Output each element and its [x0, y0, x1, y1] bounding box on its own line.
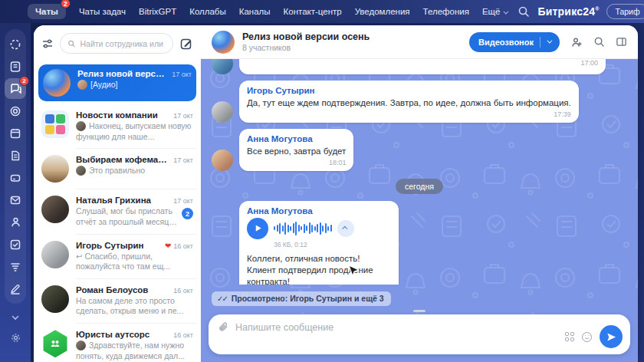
audio-size-duration: 36 КБ, 0:12: [274, 241, 391, 248]
pulse-icon[interactable]: [5, 34, 26, 54]
message-anna-short: Анна Могутова Все верно, завтра будет 18…: [212, 129, 627, 171]
apps-grid-icon[interactable]: [565, 332, 574, 341]
compose-message-icon[interactable]: [179, 37, 193, 51]
video-call-button[interactable]: Видеозвонок: [469, 32, 560, 52]
tasks-icon[interactable]: [5, 234, 26, 255]
chat-members-count[interactable]: 8 участников: [242, 43, 370, 52]
composer-resize-handle[interactable]: [413, 310, 426, 312]
sign-icon[interactable]: [5, 278, 26, 299]
messenger-icon[interactable]: 2: [5, 78, 26, 99]
chat-list-item-release[interactable]: Релиз новой версии осень 17 окт [Аудио]: [38, 64, 196, 101]
search-icon: [67, 39, 75, 48]
tab-chats[interactable]: Чаты 2: [28, 4, 66, 19]
side-panel-icon[interactable]: [616, 36, 627, 48]
chat-preview: [Аудио]: [77, 80, 192, 90]
registered-mark: ®: [595, 6, 599, 12]
chat-search-input[interactable]: [80, 39, 166, 48]
target-icon[interactable]: [5, 100, 26, 121]
sender-mini-avatar: [76, 341, 86, 350]
chat-list-item-natalya[interactable]: Наталья Грихина 17 окт Слушай, мог бы пр…: [38, 189, 196, 233]
tab-more[interactable]: Ещё: [482, 7, 508, 16]
mail-icon[interactable]: [5, 189, 26, 210]
audio-waveform[interactable]: [274, 220, 332, 237]
chat-date: 16 окт: [173, 331, 193, 339]
rail-icon-group: 2: [5, 29, 26, 304]
tariff-button[interactable]: Тариф: [606, 4, 644, 19]
chat-list-item-coffee[interactable]: Выбираем кофемашину д... 17 окт Это прав…: [38, 149, 196, 189]
group-people-icon: [48, 337, 62, 350]
documents-icon[interactable]: [5, 145, 26, 166]
left-icon-rail: 2: [0, 23, 31, 362]
sender-mini-avatar: [76, 166, 86, 176]
message-composer[interactable]: [209, 314, 630, 354]
audio-collapse-button[interactable]: [337, 220, 354, 237]
bitrix24-logo[interactable]: Битрикс24®: [537, 5, 599, 18]
message-anna-audio: Анна Могутова 36 КБ, 0:12 Коллеги, отлич: [212, 201, 627, 285]
tab-more-label: Ещё: [482, 7, 501, 16]
filter-sliders-icon[interactable]: [41, 38, 54, 50]
message-text: Все верно, завтра будет: [247, 146, 346, 157]
send-message-button[interactable]: [600, 325, 623, 348]
chat-title: Выбираем кофемашину д...: [76, 155, 170, 164]
audio-play-button[interactable]: [247, 218, 268, 239]
message-author-name[interactable]: Игорь Сутырин: [247, 86, 571, 95]
attach-file-icon[interactable]: [218, 321, 229, 333]
composer-actions: [565, 325, 623, 348]
chat-list-item-igor[interactable]: Игорь Сутырин ❤16 окт ↩Спасибо, пришли, …: [38, 235, 196, 278]
tab-channels[interactable]: Каналы: [239, 7, 271, 16]
add-member-icon[interactable]: [570, 36, 583, 48]
drive-icon[interactable]: [5, 167, 26, 188]
chat-list-item-news[interactable]: Новости компании 17 окт Наконец, выпуска…: [38, 104, 196, 148]
message-time: 18:01: [247, 159, 346, 166]
chat-list-item-lawyers[interactable]: Юристы аутсорс 16 окт Здравствуйте, нам …: [38, 324, 196, 362]
sender-mini-avatar: [76, 121, 86, 131]
message-author-avatar[interactable]: [212, 59, 233, 74]
tab-contact-center[interactable]: Контакт-центр: [284, 7, 342, 16]
chat-date: 17 окт: [172, 71, 192, 78]
chat-title: Наталья Грихина: [76, 196, 170, 205]
message-author-avatar[interactable]: [212, 150, 233, 171]
settings-gear-icon[interactable]: [5, 327, 26, 348]
search-in-chat-icon[interactable]: [593, 36, 605, 48]
chat-message-area: 17:00 Игорь Сутырин Да, тут еще ждем под…: [201, 59, 638, 362]
chat-preview: ↩Спасибо, пришли, пожалуйста что там ещ.…: [76, 252, 193, 272]
message-input[interactable]: [235, 322, 621, 333]
message-author-name[interactable]: Анна Могутова: [247, 134, 346, 143]
emoji-picker-icon[interactable]: [582, 332, 592, 342]
button-separator: [540, 37, 540, 48]
expand-more-icon[interactable]: [5, 307, 26, 327]
message-text: Да, тут еще ждем подтверждения. Завтра, …: [247, 97, 571, 109]
messenger-unread-badge: 2: [19, 76, 29, 86]
chevron-down-icon: [547, 38, 552, 44]
tab-collabs[interactable]: Коллабы: [189, 7, 226, 16]
messages-scroll-area[interactable]: 17:00 Игорь Сутырин Да, тут еще ждем под…: [201, 59, 638, 285]
date-divider: сегодня: [396, 179, 443, 194]
message-time: 17:00: [247, 59, 598, 67]
chat-header-avatar[interactable]: [212, 31, 235, 54]
voice-message-player: [247, 218, 391, 239]
chat-preview: Наконец, выпускаем новую функцию для наш…: [76, 121, 193, 142]
calendar-icon[interactable]: [5, 123, 26, 143]
chat-search-box[interactable]: [60, 33, 173, 54]
employees-icon[interactable]: [5, 212, 26, 232]
tab-telephony[interactable]: Телефония: [423, 7, 469, 16]
tab-notifications[interactable]: Уведомления: [355, 7, 410, 16]
chat-title: Роман Белоусов: [76, 285, 170, 295]
message-bubble: Игорь Сутырин Да, тут еще ждем подтвержд…: [239, 81, 579, 123]
message-author-avatar[interactable]: [212, 101, 233, 123]
messenger-window: Релиз новой версии осень 17 окт [Аудио] …: [34, 25, 638, 362]
message-author-name[interactable]: Анна Могутова: [247, 206, 391, 216]
search-icon[interactable]: [518, 5, 530, 18]
topbar-right-cluster: Битрикс24® Тариф Помощь 11:11: [518, 3, 644, 20]
message-bubble: 17:00: [239, 59, 606, 74]
message-bubble: Анна Могутова 36 КБ, 0:12 Коллеги, отлич: [239, 201, 399, 285]
crm-funnel-icon[interactable]: [5, 256, 26, 277]
chat-header-title[interactable]: Релиз новой версии осень: [242, 31, 370, 42]
chat-date: 17 окт: [173, 197, 193, 205]
tab-task-chats[interactable]: Чаты задач: [79, 7, 126, 16]
message-partial: 17:00: [212, 59, 627, 74]
chat-list-item-roman[interactable]: Роман Белоусов 16 окт На самом деле это …: [38, 279, 196, 323]
news-feed-icon[interactable]: [5, 56, 26, 77]
chat-avatar: [43, 69, 71, 97]
tab-bitrixgpt[interactable]: BitrixGPT: [139, 7, 176, 16]
